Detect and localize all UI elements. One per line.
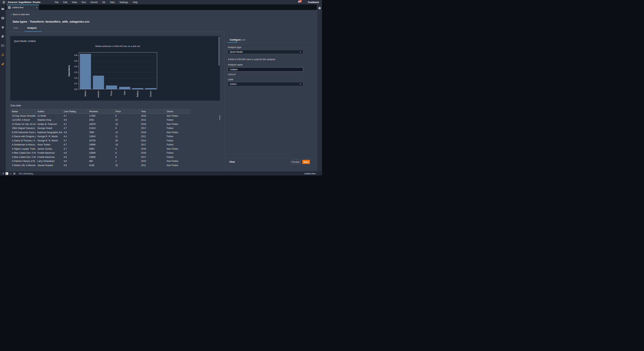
column-header-price[interactable]: Price [114,110,140,114]
table-row[interactable]: 12 Rules for Life: An An...Jordan B. Pet… [10,122,191,126]
table-row[interactable]: 5,000 Awesome Facts (...National Geograp… [10,130,191,134]
sagemaker-brain-logo-icon [2,1,5,4]
tab-analysis[interactable]: Analysis [27,27,36,29]
table-row[interactable]: A Gentleman in Mosco...Amor Towles4.7196… [10,143,191,147]
menu-git[interactable]: Git [102,1,105,4]
bar-rating [132,88,143,89]
table-cell: National Geographic Kids [36,130,62,134]
table-cell: A Game of Thrones / A ... [10,138,36,143]
menu-kernel[interactable]: Kernel [90,1,98,4]
table-cell: Non Fiction [165,147,191,151]
menu-edit[interactable]: Edit [63,1,68,4]
chart-y-axis-label: importance [68,52,71,89]
table-cell: 5,000 Awesome Facts (... [10,130,36,134]
table-cell: A Gentleman in Mosco... [10,143,36,147]
analysis-name-input[interactable] [228,67,303,72]
table-row[interactable]: A Higher Loyalty: Truth,...James Comey4.… [10,147,191,151]
column-header-name[interactable]: Name [10,110,36,114]
table-cell: Non Fiction [165,114,191,118]
menu-help[interactable]: Help [133,1,138,4]
table-row[interactable]: A Patriot's History of th...Larry Schwei… [10,159,191,164]
running-kernels-icon[interactable] [1,16,4,20]
column-header-genre[interactable]: Genre [165,110,191,114]
feedback-link[interactable]: Feedback [308,1,319,4]
tab-configure[interactable]: Configure [230,38,240,41]
table-cell: 2017 [140,155,165,159]
tab-code[interactable]: Code [240,38,246,41]
label-select[interactable]: Author ▼ [228,82,303,86]
x-tick-label-name: Name [84,91,86,100]
chevron-down-icon: ▼ [300,51,301,53]
tab-close-icon[interactable]: × [36,6,37,9]
menubar: Amazon SageMaker Studio FileEditViewRunK… [0,0,322,4]
preview-button[interactable]: Preview [290,160,300,164]
column-header-author[interactable]: Author [36,110,62,114]
table-cell: George Orwell [36,126,62,130]
right-settings-rail [317,4,322,172]
table-cell: Stephen King [36,118,62,122]
back-to-data-flow-link[interactable]: ‹ Back to data flow [10,13,30,16]
commands-palette-icon[interactable] [1,35,4,38]
table-cell: 4.6 [62,159,88,164]
table-cell: Larry Schweikart [36,159,62,164]
table-cell: 2018 [140,122,165,126]
table-row[interactable]: 1984 (Signet Classics)George Orwell4.721… [10,126,191,130]
table-row[interactable]: A Game of Thrones / A ...George R. R. Ma… [10,138,191,143]
y-tick-label: 0.3 [72,71,77,74]
menu-view[interactable]: View [72,1,77,4]
menu-settings[interactable]: Settings [120,1,128,4]
gear-icon[interactable] [318,6,321,10]
data-table-scrollbar[interactable] [219,115,220,120]
column-header-user-rating[interactable]: User Rating [62,110,88,114]
table-cell: 2019 [140,130,165,134]
sagemaker-jumpstart-icon[interactable] [1,62,4,66]
table-cell: Non Fiction [165,122,191,126]
table-cell: A Higher Loyalty: Truth,... [10,147,36,151]
table-cell: A Man Called Ove: A No... [10,155,36,159]
table-cell: 4.7 [62,114,88,118]
git-icon[interactable] [1,26,4,29]
table-cell: 2016 [140,151,165,155]
table-cell: 4149 [88,163,114,166]
x-tick-mark [111,90,112,90]
x-tick-label-year: Year [123,91,126,100]
table-cell: 15 [114,143,140,147]
table-cell: Jaycee Dugard [36,163,62,166]
column-header-reviews[interactable]: Reviews [88,110,114,114]
table-cell: 32 [114,163,140,166]
menu-tabs[interactable]: Tabs [110,1,115,4]
table-row[interactable]: 11/22/63: A NovelStephen King4.620522220… [10,118,191,122]
table-row[interactable]: A Man Called Ove: A No...Fredrik Backman… [10,151,191,155]
tab-untitled-flow[interactable]: untitled.flow × [6,4,39,10]
column-header-year[interactable]: Year [140,110,165,114]
menu-run[interactable]: Run [82,1,86,4]
terminal-icon[interactable]: $_ [6,172,8,175]
table-row[interactable]: A Dance with Dragons (...George R. R. Ma… [10,134,191,139]
chart-panel-scrollbar[interactable] [218,37,220,66]
table-row[interactable]: A Stolen Life: A MemoirJaycee Dugard4.64… [10,163,191,166]
table-cell: 8 [114,155,140,159]
table-cell: 4.7 [62,126,88,130]
analysis-type-select[interactable]: Quick Model ▼ [228,50,303,54]
cpu-icon[interactable] [13,172,16,175]
sagemaker-components-icon[interactable] [1,53,4,56]
file-browser-icon[interactable] [1,7,4,10]
table-cell: 4.7 [62,147,88,151]
save-button[interactable]: Save [302,160,310,164]
clear-button[interactable]: Clear [229,160,235,163]
table-cell: 23848 [88,151,114,155]
open-tabs-icon[interactable] [1,44,4,47]
table-row[interactable]: 10-Day Green Smoothi...JJ Smith4.7173508… [10,114,191,118]
bar-genre [145,88,156,89]
x-tick-label-price: Price [110,91,113,100]
table-cell: 2014 [140,138,165,143]
table-cell: A Stolen Life: A Memoir [10,163,36,166]
table-cell: Fiction [165,118,191,122]
menu-file[interactable]: File [54,1,58,4]
table-cell: 2011 [140,163,165,166]
quick-model-panel: Quick Model: Untitled Model achieved a 4… [10,36,220,100]
table-row[interactable]: A Man Called Ove: A No...Fredrik Backman… [10,155,191,159]
notifications-bell-icon[interactable]: 4 [298,0,301,4]
table-cell: 19735 [88,138,114,143]
tab-data[interactable]: Data [14,27,18,29]
